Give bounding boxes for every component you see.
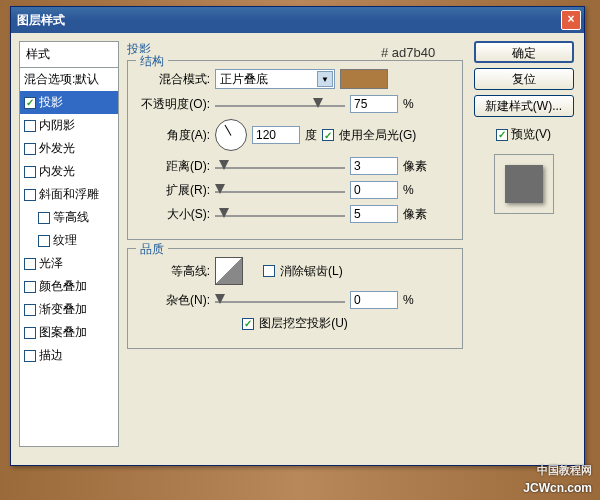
structure-legend: 结构 xyxy=(136,53,168,70)
antialias-label: 消除锯齿(L) xyxy=(280,263,343,280)
opacity-label: 不透明度(O): xyxy=(138,96,210,113)
blend-mode-value: 正片叠底 xyxy=(220,71,268,88)
quality-legend: 品质 xyxy=(136,241,168,258)
style-checkbox[interactable] xyxy=(24,327,36,339)
noise-input[interactable] xyxy=(350,291,398,309)
style-item[interactable]: 混合选项:默认 xyxy=(20,68,118,91)
style-item-label: 投影 xyxy=(39,94,63,111)
size-slider[interactable] xyxy=(215,205,345,223)
button-panel: 确定 复位 新建样式(W)... 预览(V) xyxy=(471,41,576,457)
settings-panel: 投影 结构 混合模式: 正片叠底 ▼ 不透明度(O): % xyxy=(127,41,463,457)
spread-label: 扩展(R): xyxy=(138,182,210,199)
style-item[interactable]: 纹理 xyxy=(20,229,118,252)
preview-swatch xyxy=(505,165,543,203)
style-checkbox[interactable] xyxy=(38,212,50,224)
style-item-label: 光泽 xyxy=(39,255,63,272)
structure-fieldset: 结构 混合模式: 正片叠底 ▼ 不透明度(O): % 角度(A): xyxy=(127,60,463,240)
chevron-down-icon[interactable]: ▼ xyxy=(317,71,333,87)
spread-slider[interactable] xyxy=(215,181,345,199)
contour-picker[interactable] xyxy=(215,257,243,285)
preview-checkbox[interactable] xyxy=(496,129,508,141)
style-item[interactable]: 投影 xyxy=(20,91,118,114)
distance-input[interactable] xyxy=(350,157,398,175)
global-light-label: 使用全局光(G) xyxy=(339,127,416,144)
noise-slider[interactable] xyxy=(215,291,345,309)
style-item[interactable]: 内发光 xyxy=(20,160,118,183)
style-checkbox[interactable] xyxy=(24,97,36,109)
opacity-input[interactable] xyxy=(350,95,398,113)
style-checkbox[interactable] xyxy=(24,166,36,178)
watermark: 中国教程网 JCWcn.com xyxy=(523,463,592,496)
noise-unit: % xyxy=(403,293,431,307)
opacity-slider[interactable] xyxy=(215,95,345,113)
blend-mode-label: 混合模式: xyxy=(138,71,210,88)
global-light-checkbox[interactable] xyxy=(322,129,334,141)
antialias-checkbox[interactable] xyxy=(263,265,275,277)
style-item-label: 斜面和浮雕 xyxy=(39,186,99,203)
style-item-label: 渐变叠加 xyxy=(39,301,87,318)
layer-style-dialog: 图层样式 × # ad7b40 样式 混合选项:默认投影内阴影外发光内发光斜面和… xyxy=(10,6,585,466)
style-list-header: 样式 xyxy=(19,41,119,67)
color-hex-label: # ad7b40 xyxy=(381,45,435,60)
style-checkbox[interactable] xyxy=(24,120,36,132)
size-unit: 像素 xyxy=(403,206,431,223)
spread-input[interactable] xyxy=(350,181,398,199)
ok-button[interactable]: 确定 xyxy=(474,41,574,63)
style-list: 混合选项:默认投影内阴影外发光内发光斜面和浮雕等高线纹理光泽颜色叠加渐变叠加图案… xyxy=(19,67,119,447)
style-item[interactable]: 渐变叠加 xyxy=(20,298,118,321)
spread-unit: % xyxy=(403,183,431,197)
preview-label: 预览(V) xyxy=(511,126,551,143)
angle-unit: 度 xyxy=(305,127,317,144)
close-button[interactable]: × xyxy=(561,10,581,30)
style-item[interactable]: 内阴影 xyxy=(20,114,118,137)
style-checkbox[interactable] xyxy=(24,281,36,293)
style-item[interactable]: 外发光 xyxy=(20,137,118,160)
style-item-label: 纹理 xyxy=(53,232,77,249)
cancel-button[interactable]: 复位 xyxy=(474,68,574,90)
style-item-label: 等高线 xyxy=(53,209,89,226)
quality-fieldset: 品质 等高线: 消除锯齿(L) 杂色(N): % 图层挖空投影(U) xyxy=(127,248,463,349)
style-item-label: 图案叠加 xyxy=(39,324,87,341)
titlebar[interactable]: 图层样式 × xyxy=(11,7,584,33)
noise-label: 杂色(N): xyxy=(138,292,210,309)
style-item[interactable]: 图案叠加 xyxy=(20,321,118,344)
style-item-label: 内发光 xyxy=(39,163,75,180)
style-checkbox[interactable] xyxy=(38,235,50,247)
new-style-button[interactable]: 新建样式(W)... xyxy=(474,95,574,117)
style-item[interactable]: 斜面和浮雕 xyxy=(20,183,118,206)
blend-mode-combo[interactable]: 正片叠底 ▼ xyxy=(215,69,335,89)
dialog-title: 图层样式 xyxy=(17,12,561,29)
distance-label: 距离(D): xyxy=(138,158,210,175)
contour-label: 等高线: xyxy=(138,263,210,280)
opacity-unit: % xyxy=(403,97,431,111)
style-checkbox[interactable] xyxy=(24,143,36,155)
style-item[interactable]: 光泽 xyxy=(20,252,118,275)
style-item-label: 内阴影 xyxy=(39,117,75,134)
distance-slider[interactable] xyxy=(215,157,345,175)
color-swatch[interactable] xyxy=(340,69,388,89)
size-label: 大小(S): xyxy=(138,206,210,223)
style-item[interactable]: 等高线 xyxy=(20,206,118,229)
style-item-label: 混合选项:默认 xyxy=(24,71,99,88)
knockout-checkbox[interactable] xyxy=(242,318,254,330)
style-item-label: 外发光 xyxy=(39,140,75,157)
style-checkbox[interactable] xyxy=(24,350,36,362)
style-list-panel: 样式 混合选项:默认投影内阴影外发光内发光斜面和浮雕等高线纹理光泽颜色叠加渐变叠… xyxy=(19,41,119,457)
style-checkbox[interactable] xyxy=(24,189,36,201)
angle-dial[interactable] xyxy=(215,119,247,151)
knockout-label: 图层挖空投影(U) xyxy=(259,315,348,332)
style-checkbox[interactable] xyxy=(24,304,36,316)
style-item-label: 描边 xyxy=(39,347,63,364)
style-item[interactable]: 颜色叠加 xyxy=(20,275,118,298)
style-item-label: 颜色叠加 xyxy=(39,278,87,295)
angle-label: 角度(A): xyxy=(138,127,210,144)
preview-box xyxy=(494,154,554,214)
angle-input[interactable] xyxy=(252,126,300,144)
style-checkbox[interactable] xyxy=(24,258,36,270)
distance-unit: 像素 xyxy=(403,158,431,175)
size-input[interactable] xyxy=(350,205,398,223)
style-item[interactable]: 描边 xyxy=(20,344,118,367)
